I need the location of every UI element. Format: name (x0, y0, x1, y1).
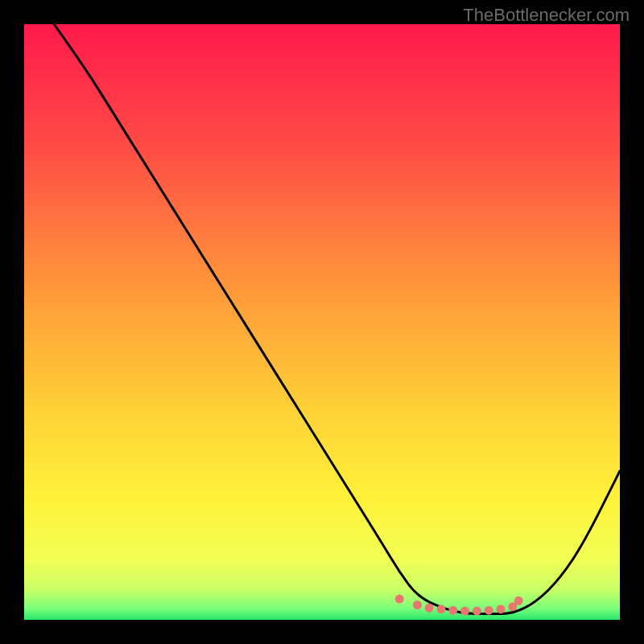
optimal-dot (425, 604, 434, 613)
optimal-dot (448, 606, 457, 615)
optimal-dot (497, 605, 506, 613)
optimal-dot (437, 605, 446, 613)
curve-layer (24, 24, 620, 620)
optimal-dot (514, 597, 523, 605)
watermark-text: TheBottlenecker.com (463, 5, 630, 26)
optimal-dot (485, 606, 493, 615)
bottleneck-curve (54, 24, 620, 614)
chart-area (24, 24, 620, 620)
optimal-dot (460, 606, 469, 615)
optimal-dot (395, 595, 404, 604)
optimal-dot (413, 601, 422, 609)
optimal-dot (473, 606, 481, 615)
